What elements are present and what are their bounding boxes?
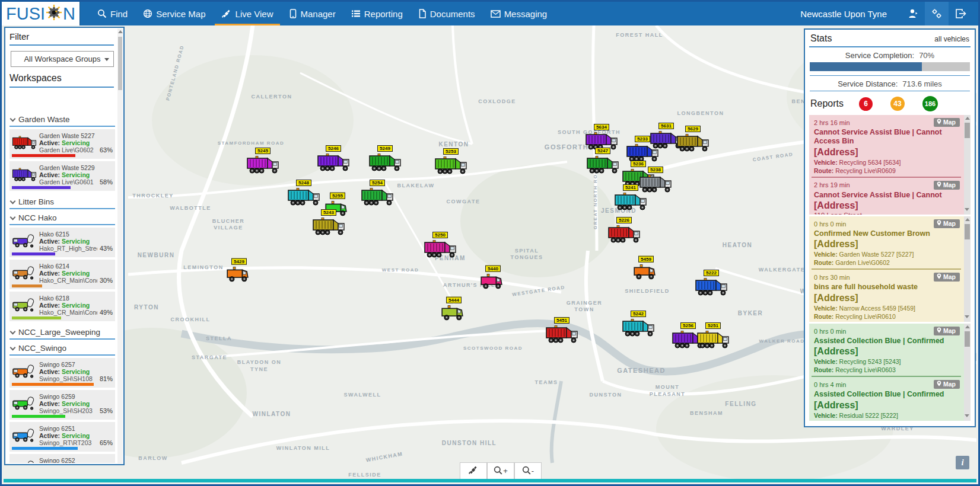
reports-title: Reports	[810, 98, 844, 109]
map-vehicle-marker-5429[interactable]: 5429	[226, 255, 252, 285]
report-section: 2 hrs 16 minMapCannot Service Assist Blu…	[809, 115, 971, 215]
workspace-group-garden-waste[interactable]: Garden Waste	[9, 111, 115, 127]
map-vehicle-marker-5253[interactable]: 5253	[434, 145, 467, 178]
vehicle-id-tag: 5429	[231, 258, 247, 265]
report-count-badge[interactable]: 6	[859, 97, 873, 111]
map-place-label: GOSFORTH	[545, 143, 588, 151]
scroll-up-arrow[interactable]	[118, 30, 123, 33]
map-place-label: WALBOTTLE	[170, 205, 211, 211]
track-vehicle-button[interactable]	[460, 462, 487, 479]
nav-item-label: Reporting	[364, 9, 403, 19]
zoom-out-button[interactable]: -	[514, 462, 542, 479]
show-on-map-button[interactable]: Map	[934, 181, 960, 190]
sweeper-icon	[12, 425, 37, 446]
map-vehicle-marker-5226[interactable]: 5226	[607, 213, 641, 247]
report-section-scrollbar[interactable]	[964, 216, 971, 322]
map-place-label: NEWBURN	[138, 252, 175, 258]
nav-item-manager[interactable]: Manager	[282, 2, 342, 25]
workspace-group-litter-bins[interactable]: Litter Bins	[9, 193, 115, 209]
nav-item-service-map[interactable]: Service Map	[136, 2, 212, 25]
show-on-map-button[interactable]: Map	[934, 327, 960, 335]
nav-item-label: Documents	[430, 9, 475, 19]
vehicle-card-swingo-6257[interactable]: Swingo 6257Active: ServicingSwingo_SH\SH…	[9, 358, 115, 388]
vehicle-card-hako-6215[interactable]: Hako 6215Active: ServicingHako_RT_High_S…	[9, 228, 115, 257]
vehicle-id-tag: 5451	[554, 317, 569, 324]
map-vehicle-marker-5444[interactable]: 5444	[441, 293, 467, 324]
nav-item-messaging[interactable]: Messaging	[484, 2, 554, 25]
vehicle-route: Garden Live\G0601	[39, 178, 97, 186]
user-icon[interactable]	[901, 2, 925, 25]
report-count-badge[interactable]: 186	[922, 96, 938, 111]
show-on-map-button[interactable]: Map	[934, 380, 960, 389]
workspaces-title: Workspaces	[9, 73, 114, 88]
map-vehicle-marker-5241[interactable]: 5241	[614, 181, 647, 214]
vehicle-truck-icon	[695, 277, 728, 299]
vehicle-card-garden-waste-5229[interactable]: Garden Waste 5229Active: ServicingGarden…	[9, 161, 115, 191]
show-on-map-button[interactable]: Map	[934, 118, 960, 127]
vehicle-card-swingo-6259[interactable]: Swingo 6259Active: ServicingSwingo_SH\SH…	[9, 390, 115, 420]
map-vehicle-marker-5243[interactable]: 5243	[312, 206, 345, 239]
vehicle-card-hako-6214[interactable]: Hako 6214Active: ServicingHako_CR_Main\C…	[9, 260, 115, 289]
map-place-label: GATESHEAD	[617, 367, 666, 374]
show-on-map-button[interactable]: Map	[934, 219, 960, 228]
map-vehicle-marker-5242[interactable]: 5242	[622, 307, 655, 340]
map-vehicle-marker-5451[interactable]: 5451	[545, 314, 578, 347]
vehicle-truck-icon	[434, 155, 467, 178]
vehicle-status: Active: Servicing	[39, 238, 113, 245]
map-place-label: BLAKELAW	[397, 183, 435, 188]
scroll-thumb[interactable]	[118, 37, 122, 90]
map-vehicle-marker-5222[interactable]: 5222	[695, 266, 728, 299]
vehicle-completion-pct: 53%	[100, 407, 113, 414]
report-section-scrollbar[interactable]	[964, 115, 971, 215]
vehicle-id-tag: 5233	[635, 136, 650, 142]
report-card: 0 hrs 30 minMapbins are full household w…	[809, 270, 963, 322]
vehicle-card-garden-waste-5227[interactable]: Garden Waste 5227Active: ServicingGarden…	[9, 129, 115, 159]
nav-item-documents[interactable]: Documents	[412, 2, 482, 25]
vehicle-card-swingo-6251[interactable]: Swingo 6251Active: ServicingSwingo_RT\RT…	[9, 422, 115, 452]
workspace-group-ncc-swingo[interactable]: NCC_Swingo	[9, 340, 115, 356]
nav-item-live-view[interactable]: Live View	[215, 2, 280, 25]
vehicle-card-hako-6218[interactable]: Hako 6218Active: ServicingHako_CR_Main\C…	[9, 292, 115, 321]
nav-item-find[interactable]: Find	[91, 2, 134, 25]
workspace-group-ncc-hako[interactable]: NCC Hako	[9, 209, 115, 225]
map-vehicle-marker-5251[interactable]: 5251	[696, 319, 730, 352]
map-vehicle-marker-5250[interactable]: 5250	[424, 228, 457, 261]
vehicle-progress-bar	[12, 154, 75, 157]
map-vehicle-marker-5254[interactable]: 5254	[361, 176, 394, 209]
vehicle-truck-icon	[246, 155, 279, 177]
map-vehicle-marker-5247[interactable]: 5247	[586, 144, 619, 177]
info-button[interactable]: i	[956, 456, 969, 469]
map-vehicle-marker-5440[interactable]: 5440	[480, 262, 506, 292]
map-vehicle-marker-5245[interactable]: 5245	[246, 144, 279, 177]
map-vehicle-marker-5459[interactable]: 5459	[633, 252, 659, 283]
report-section-scrollbar[interactable]	[964, 324, 971, 421]
show-on-map-button[interactable]: Map	[934, 273, 960, 282]
map-vehicle-marker-5629[interactable]: 5629	[676, 122, 709, 155]
map-vehicle-marker-5246[interactable]: 5246	[317, 142, 350, 175]
report-address: [Address]	[814, 239, 960, 250]
gears-icon[interactable]	[925, 2, 949, 25]
top-navigation-bar: FUSI N FindService MapLive ViewManagerRe…	[2, 2, 978, 25]
sidebar-scrollbar[interactable]	[117, 28, 123, 463]
workspace-group-ncc-large-sweeping[interactable]: NCC_Large_Sweeping	[9, 324, 115, 340]
report-age: 0 hrs 4 min	[814, 381, 846, 388]
map-vehicle-marker-5249[interactable]: 5249	[368, 142, 402, 175]
map-place-label: PLEASANT	[650, 391, 686, 397]
sweeper-icon	[12, 295, 37, 316]
completion-value: 70%	[919, 51, 934, 60]
report-count-badge[interactable]: 43	[890, 97, 905, 111]
report-route: Route: Recycling Live\R0610	[814, 313, 960, 320]
map-place-label: SCOTSWOOD ROAD	[463, 346, 523, 351]
nav-item-reporting[interactable]: Reporting	[345, 2, 409, 25]
vehicle-id-tag: 5245	[255, 148, 271, 154]
vehicle-id-tag: 5250	[432, 232, 448, 238]
vehicle-completion-pct: 65%	[100, 439, 113, 446]
workspace-group-dropdown[interactable]: All Workspace Groups	[11, 51, 114, 67]
vehicle-truck-icon	[368, 152, 402, 175]
vehicle-card-swingo-6252[interactable]: Swingo 6252Active: ServicingSwingo_RT\RT…	[9, 454, 115, 463]
zoom-in-button[interactable]: +	[487, 462, 514, 479]
map-vehicle-marker-5248[interactable]: 5248	[287, 176, 320, 209]
map-place-label: BLUCHER	[212, 218, 245, 224]
fusion-logo[interactable]: FUSI N	[2, 2, 80, 25]
logout-icon[interactable]	[949, 2, 972, 25]
